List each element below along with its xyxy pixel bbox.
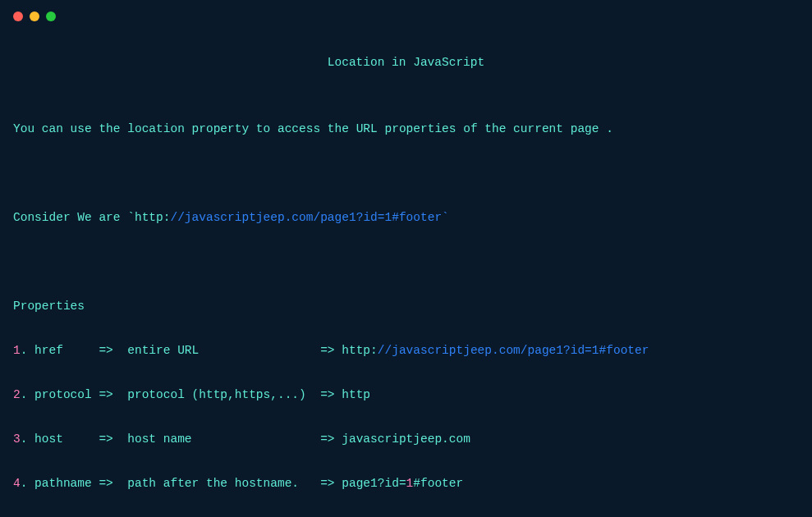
consider-line: Consider We are `http://javascriptjeep.c… <box>13 207 799 229</box>
close-dot[interactable] <box>13 11 23 21</box>
prop-row-1: 1. href => entire URL => http://javascri… <box>13 340 799 362</box>
prop-row-2: 2. protocol => protocol (http,https,...)… <box>13 384 799 406</box>
window-titlebar <box>0 0 812 30</box>
prop-row-4: 4. pathname => path after the hostname. … <box>13 473 799 495</box>
maximize-dot[interactable] <box>46 11 56 21</box>
page-title: Location in JavaScript <box>13 52 799 74</box>
intro-line: You can use the location property to acc… <box>13 118 799 140</box>
properties-header: Properties <box>13 295 799 318</box>
prop-row-3: 3. host => host name => javascriptjeep.c… <box>13 428 799 451</box>
minimize-dot[interactable] <box>30 11 39 21</box>
code-content: Location in JavaScript You can use the l… <box>0 30 812 517</box>
